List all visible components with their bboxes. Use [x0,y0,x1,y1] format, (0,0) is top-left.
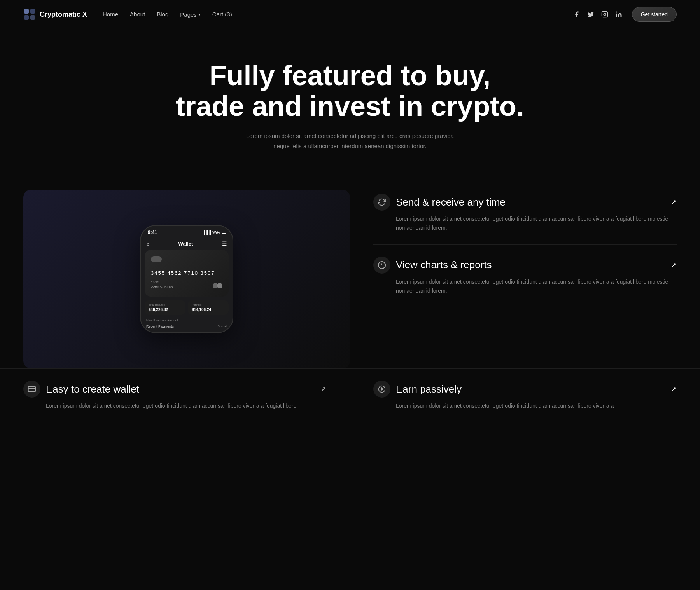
twitter-icon[interactable] [587,10,595,18]
feature-create-wallet-title-area: Easy to create wallet [23,381,139,398]
phone-wallet-title: Wallet [178,241,193,247]
charts-reports-icon [373,257,390,274]
feature-send-receive-desc: Lorem ipsum dolor sit amet consectetur e… [373,215,677,232]
feature-create-wallet-arrow[interactable]: ↗ [320,385,326,393]
see-all-link[interactable]: See all [218,325,227,328]
phone-card-logo [213,283,222,288]
svg-rect-4 [602,12,607,17]
feature-earn-passively: Earn passively ↗ Lorem ipsum dolor sit a… [350,369,677,422]
features-right: Send & receive any time ↗ Lorem ipsum do… [350,190,677,307]
phone-portfolio-value: $14,106.24 [192,307,225,312]
feature-earn-passively-title-area: Earn passively [373,381,462,398]
feature-charts-reports-title-area: View charts & reports [373,257,492,274]
nav-item-home[interactable]: Home [103,11,118,18]
feature-send-receive-arrow[interactable]: ↗ [671,198,677,206]
svg-point-10 [379,386,385,393]
feature-charts-reports-title: View charts & reports [396,259,492,271]
svg-rect-0 [24,9,29,14]
feature-send-receive: Send & receive any time ↗ Lorem ipsum do… [373,190,677,244]
instagram-icon[interactable] [601,10,609,18]
phone-card: 3455 4562 7710 3507 14/32 JOHN CARTER [145,250,229,297]
phone-card-footer: 14/32 JOHN CARTER [151,281,222,288]
feature-send-receive-header: Send & receive any time ↗ [373,194,677,211]
feature-earn-passively-desc: Lorem ipsum dolor sit amet consectetur e… [373,401,677,410]
feature-create-wallet-header: Easy to create wallet ↗ [23,381,326,398]
feature-earn-passively-header: Earn passively ↗ [373,381,677,398]
svg-rect-1 [30,9,35,14]
recent-payments-label: Recent Payments [146,325,174,328]
phone-total-balance-label: Total Balance [149,304,182,306]
nav-left: Cryptomatic X Home About Blog Pages ▾ Ca… [23,8,232,21]
hero-section: Fully featured to buy, trade and invest … [0,29,700,174]
phone-recent-payments: Recent Payments See all [141,325,233,332]
phone-new-purchase: New Purchase Amount [141,319,233,325]
nav-links: Home About Blog Pages ▾ Cart (3) [103,11,232,18]
nav-item-about[interactable]: About [130,11,145,18]
svg-rect-3 [30,15,35,20]
chevron-down-icon: ▾ [198,12,201,17]
get-started-button[interactable]: Get started [632,7,677,22]
feature-earn-passively-arrow[interactable]: ↗ [671,385,677,393]
phone-card-toggle [151,256,162,262]
phone-card-number: 3455 4562 7710 3507 [151,270,222,276]
create-wallet-icon [23,381,40,398]
facebook-icon[interactable] [573,10,581,18]
svg-rect-2 [24,15,29,20]
phone-menu-icon[interactable]: ☰ [222,241,227,247]
feature-send-receive-title-area: Send & receive any time [373,194,506,211]
feature-earn-passively-title: Earn passively [396,383,462,395]
phone-search-icon[interactable]: ⌕ [146,241,149,247]
phone-total-balance-value: $46,226.32 [149,307,182,312]
phone-portfolio-label: Portfolio [192,304,225,306]
phone-card-owner: 14/32 JOHN CARTER [151,281,173,288]
phone-header: ⌕ Wallet ☰ [141,237,233,250]
phone-mockup: 9:41 ▐▐▐ WiFi ▬ ⌕ Wallet ☰ 3455 4562 771… [140,225,233,333]
phone-status-bar: 9:41 ▐▐▐ WiFi ▬ [141,226,233,237]
linkedin-icon[interactable] [615,10,623,18]
social-icons [573,10,623,18]
battery-icon: ▬ [222,230,226,235]
card-owner-name: JOHN CARTER [151,285,173,288]
feature-charts-reports-header: View charts & reports ↗ [373,257,677,274]
hero-subtitle: Lorem ipsum dolor sit amet consectetur a… [241,131,459,151]
phone-balances: Total Balance $46,226.32 Portfolio $14,1… [145,300,229,315]
svg-rect-8 [28,387,35,392]
feature-create-wallet-desc: Lorem ipsum dolor sit amet consectetur e… [23,401,326,410]
nav-item-blog[interactable]: Blog [157,11,168,18]
card-expiry: 14/32 [151,281,173,284]
feature-create-wallet-title: Easy to create wallet [46,383,139,395]
logo-icon [23,8,36,21]
feature-charts-reports-desc: Lorem ipsum dolor sit amet consectetur e… [373,278,677,295]
hero-title: Fully featured to buy, trade and invest … [175,60,525,122]
phone-time: 9:41 [148,230,157,235]
send-receive-icon [373,194,390,211]
nav-item-pages[interactable]: Pages ▾ [180,11,201,18]
feature-charts-reports: View charts & reports ↗ Lorem ipsum dolo… [373,245,677,307]
logo-area[interactable]: Cryptomatic X [23,8,87,21]
phone-total-balance: Total Balance $46,226.32 [145,300,186,315]
feature-send-receive-title: Send & receive any time [396,196,506,208]
signal-icon: ▐▐▐ [203,230,211,235]
phone-status-icons: ▐▐▐ WiFi ▬ [203,230,226,235]
nav-item-cart[interactable]: Cart (3) [212,11,232,18]
feature-charts-reports-arrow[interactable]: ↗ [671,261,677,269]
navbar: Cryptomatic X Home About Blog Pages ▾ Ca… [0,0,700,29]
brand-name: Cryptomatic X [40,10,87,19]
bottom-features: Easy to create wallet ↗ Lorem ipsum dolo… [0,368,700,422]
svg-point-6 [616,12,617,13]
nav-right: Get started [573,7,677,22]
phone-container: 9:41 ▐▐▐ WiFi ▬ ⌕ Wallet ☰ 3455 4562 771… [23,190,350,368]
earn-passively-icon [373,381,390,398]
feature-create-wallet: Easy to create wallet ↗ Lorem ipsum dolo… [23,369,350,422]
phone-portfolio: Portfolio $14,106.24 [188,300,229,315]
wifi-icon: WiFi [212,230,220,235]
features-section: 9:41 ▐▐▐ WiFi ▬ ⌕ Wallet ☰ 3455 4562 771… [0,174,700,368]
